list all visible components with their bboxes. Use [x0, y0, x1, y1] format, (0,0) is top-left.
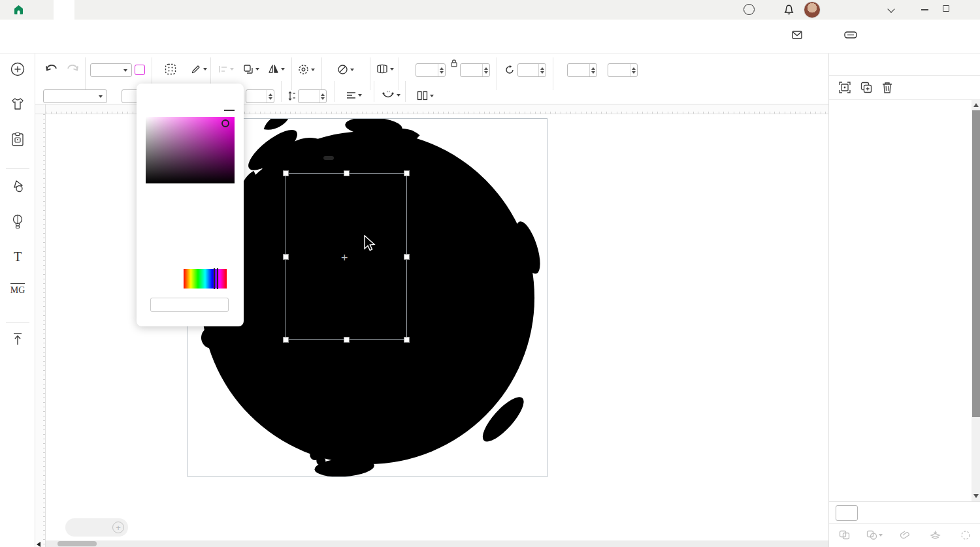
- height-stepper[interactable]: [482, 64, 489, 76]
- rotate-input[interactable]: [518, 64, 538, 76]
- selection-handle[interactable]: [344, 170, 350, 176]
- scroll-down-arrow-icon[interactable]: [973, 494, 979, 498]
- blank-canvas-swatch[interactable]: [836, 505, 858, 521]
- sidebar-item-shapes[interactable]: [0, 179, 35, 196]
- position-y-input[interactable]: [608, 64, 630, 76]
- caret-down-icon: [358, 94, 362, 97]
- layers-scrollbar[interactable]: [972, 100, 980, 501]
- position-x-field[interactable]: [567, 63, 597, 77]
- window-maximize-button[interactable]: [943, 5, 949, 12]
- window-minimize-button[interactable]: [921, 9, 928, 10]
- notifications-bell-icon[interactable]: [783, 4, 794, 16]
- sidebar-item-templates[interactable]: [0, 97, 35, 113]
- my-stuff-button[interactable]: [792, 31, 806, 39]
- offset-button[interactable]: [298, 64, 315, 75]
- zoom-in-button[interactable]: +: [112, 522, 124, 533]
- slice-button[interactable]: [829, 524, 859, 547]
- hue-slider-indicator[interactable]: [214, 268, 218, 289]
- sidebar-item-projects[interactable]: [0, 132, 35, 149]
- sidebar-item-text[interactable]: T: [0, 249, 35, 266]
- hue-slider[interactable]: [184, 269, 227, 289]
- selection-handle[interactable]: [404, 254, 410, 260]
- avatar[interactable]: [804, 1, 821, 18]
- position-y-field[interactable]: [608, 63, 638, 77]
- tab-canvas[interactable]: [54, 0, 74, 20]
- position-x-input[interactable]: [568, 64, 589, 76]
- caret-down-icon: [350, 69, 354, 71]
- warp-button[interactable]: [376, 64, 394, 74]
- line-space-field[interactable]: [298, 89, 327, 103]
- selection-handle[interactable]: [283, 170, 289, 176]
- align-button[interactable]: [218, 65, 234, 74]
- blank-canvas-row[interactable]: [829, 501, 980, 524]
- font-select[interactable]: [43, 89, 107, 103]
- edit-button[interactable]: [191, 64, 207, 74]
- height-field[interactable]: [460, 63, 490, 77]
- attach-button[interactable]: [890, 524, 920, 547]
- hex-color-input[interactable]: [150, 298, 229, 312]
- trash-icon[interactable]: [881, 81, 893, 94]
- contour-button[interactable]: [951, 524, 980, 547]
- layers-scrollbar-thumb[interactable]: [972, 110, 980, 417]
- rotate-field[interactable]: [517, 63, 546, 77]
- width-input[interactable]: [416, 64, 438, 76]
- advanced-section-header: [146, 110, 235, 111]
- flip-button[interactable]: [268, 64, 285, 74]
- combine-button[interactable]: [859, 524, 889, 547]
- space-stepper[interactable]: [267, 90, 274, 102]
- position-x-stepper[interactable]: [589, 64, 596, 76]
- selection-handle[interactable]: [283, 337, 289, 343]
- top-tab-bar: [0, 0, 980, 20]
- space-field[interactable]: [246, 89, 274, 103]
- position-y-stepper[interactable]: [630, 64, 637, 76]
- sidebar-divider: [6, 168, 29, 169]
- space-input[interactable]: [246, 90, 267, 102]
- advanced-button[interactable]: [417, 91, 434, 101]
- redo-button[interactable]: [65, 62, 80, 74]
- line-space-stepper[interactable]: [319, 90, 326, 102]
- operation-select[interactable]: [90, 63, 132, 77]
- selection-handle[interactable]: [344, 337, 350, 343]
- lock-icon[interactable]: [449, 59, 459, 68]
- scroll-up-arrow-icon[interactable]: [973, 103, 979, 107]
- toolbar-divider: [370, 57, 370, 90]
- operation-color-chip[interactable]: [135, 65, 145, 75]
- width-stepper[interactable]: [438, 64, 445, 76]
- width-field[interactable]: [416, 63, 446, 77]
- line-space-input[interactable]: [299, 90, 319, 102]
- make-button[interactable]: [902, 27, 968, 46]
- curve-button[interactable]: [382, 91, 400, 100]
- explore-machine-button[interactable]: [844, 31, 861, 39]
- alignment-button[interactable]: [346, 91, 362, 99]
- selection-handle[interactable]: [404, 337, 410, 343]
- sidebar-item-upload[interactable]: [0, 332, 35, 348]
- sidebar-item-monogram[interactable]: MG: [0, 283, 35, 298]
- collapse-minus-icon[interactable]: [224, 110, 235, 111]
- toolbar-divider: [553, 57, 553, 90]
- toolbar-divider: [85, 57, 86, 90]
- caret-down-icon: [203, 68, 207, 70]
- help-button[interactable]: [740, 4, 755, 15]
- toolbar-divider: [281, 81, 282, 102]
- arrange-button[interactable]: [243, 64, 259, 74]
- select-all-button[interactable]: [165, 63, 176, 75]
- toolbar-divider: [335, 81, 335, 102]
- rotate-stepper[interactable]: [538, 64, 546, 76]
- sidebar-item-images[interactable]: [0, 214, 35, 232]
- select-layers-icon[interactable]: [838, 81, 851, 94]
- selection-handle[interactable]: [404, 170, 410, 176]
- create-sticker-button[interactable]: [337, 64, 354, 75]
- chevron-down-icon: [887, 5, 894, 12]
- tab-home[interactable]: [3, 0, 39, 20]
- duplicate-icon[interactable]: [860, 81, 873, 94]
- height-input[interactable]: [461, 64, 482, 76]
- flatten-button[interactable]: [920, 524, 950, 547]
- panel-tabs: [829, 54, 980, 76]
- undo-button[interactable]: [44, 62, 59, 74]
- saturation-brightness-picker[interactable]: [146, 117, 235, 183]
- layers-panel: [828, 54, 980, 547]
- sidebar-item-new[interactable]: [0, 61, 35, 79]
- selection-handle[interactable]: [283, 254, 289, 260]
- picker-dot[interactable]: [221, 119, 229, 127]
- horizontal-scrollbar[interactable]: [46, 540, 828, 547]
